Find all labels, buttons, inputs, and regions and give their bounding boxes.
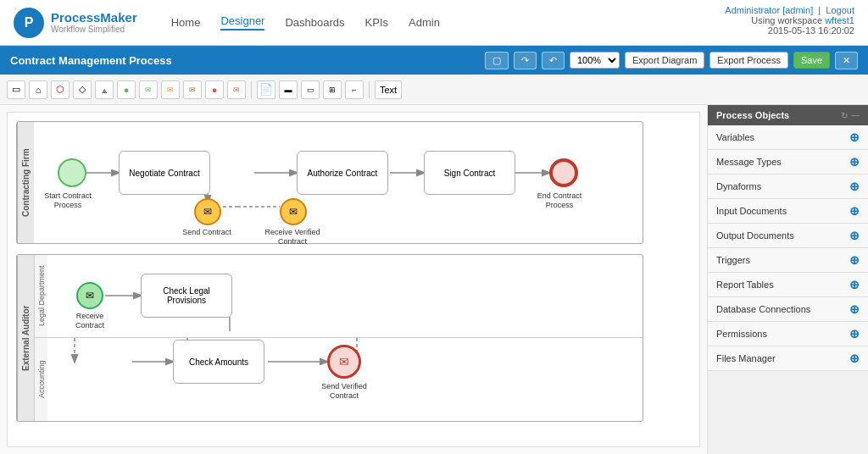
tool-envelope-orange[interactable]: ✉ [183,80,202,99]
export-diagram-btn[interactable]: Export Diagram [625,52,704,69]
panel-dynaforms-add[interactable]: ⊕ [849,180,860,193]
panel-message-types[interactable]: Message Types ⊕ [708,150,868,174]
end-label: End ContractProcess [534,191,585,210]
panel-message-types-add[interactable]: ⊕ [849,155,860,169]
panel-variables-label: Variables [716,132,754,142]
nav-dashboards[interactable]: Dashboards [285,16,344,29]
authorize-task[interactable]: Authorize Contract [297,151,388,195]
send-contract-node[interactable]: ✉ [194,198,221,225]
datetime: 2015-05-13 16:20:02 [725,25,854,36]
tool-doc[interactable]: 📄 [257,80,275,99]
top-nav: P ProcessMaker Workflow Simplified Home … [0,0,868,46]
send-contract-label: Send Contract [181,228,232,237]
panel-triggers[interactable]: Triggers ⊕ [708,248,868,273]
screen-btn[interactable]: ▢ [485,52,509,69]
tool-text[interactable]: Text [375,80,402,99]
tool-diamond-x[interactable]: ⬡ [51,80,70,99]
nav-designer[interactable]: Designer [220,14,264,30]
panel-report-tables[interactable]: Report Tables ⊕ [708,273,868,297]
nav-admin[interactable]: Admin [409,16,440,29]
workspace-link[interactable]: wftest1 [825,15,854,25]
receive-contract-node[interactable]: ✉ [76,282,103,309]
close-btn[interactable]: ✕ [835,52,858,69]
panel-output-docs[interactable]: Output Documents ⊕ [708,224,868,248]
lane-legal-content: ✉ ReceiveContract Check Legal Provisions [47,255,643,338]
panel-dynaforms[interactable]: Dynaforms ⊕ [708,174,868,199]
nav-links: Home Designer Dashboards KPIs Admin [171,14,440,30]
panel-output-docs-add[interactable]: ⊕ [849,229,860,242]
tool-circle-green[interactable]: ● [117,80,136,99]
receive-verified-envelope: ✉ [280,198,307,225]
nav-kpis[interactable]: KPIs [365,16,388,29]
panel-db-connections[interactable]: Database Connections ⊕ [708,297,868,322]
start-circle [58,158,86,187]
canvas[interactable]: Contracting Firm [7,112,700,447]
tool-diamond[interactable]: ◇ [73,80,92,99]
check-amounts-task[interactable]: Check Amounts [173,340,264,384]
panel-db-connections-label: Database Connections [716,304,810,314]
toolbar: ▭ ⌂ ⬡ ◇ ⟁ ● ✉ ✉ ✉ ● ✉ 📄 ▬ ▭ ⊞ ⌐ Text [0,75,868,105]
lane-accounting: Accounting [34,338,643,421]
panel-permissions-add[interactable]: ⊕ [849,327,860,340]
panel-message-types-label: Message Types [716,157,782,167]
tool-annotation[interactable]: ⌐ [345,80,364,99]
panel-output-docs-label: Output Documents [716,230,794,241]
receive-verified-label: Receive VerifiedContract [263,228,322,246]
receive-contract-label: ReceiveContract [64,312,115,330]
redo-btn[interactable]: ↷ [514,52,537,69]
panel-input-docs-add[interactable]: ⊕ [849,204,860,218]
tool-house[interactable]: ⌂ [29,80,47,99]
receive-verified-node[interactable]: ✉ [280,198,307,225]
logo-icon: P [14,8,44,38]
pool1-label: Contracting Firm [17,122,34,243]
panel-input-docs[interactable]: Input Documents ⊕ [708,199,868,224]
tool-gateway[interactable]: ⟁ [95,80,114,99]
tool-subprocess[interactable]: ⊞ [323,80,342,99]
panel-report-tables-add[interactable]: ⊕ [849,278,860,291]
panel-files-manager-add[interactable]: ⊕ [849,352,860,365]
zoom-select[interactable]: 100% [570,52,620,69]
negotiate-task[interactable]: Negotiate Contract [119,151,210,195]
end-event[interactable] [549,158,578,187]
pool1-lanes: Start ContractProcess Negotiate Contract… [34,122,643,243]
tool-envelope-green[interactable]: ✉ [139,80,158,99]
refresh-icon[interactable]: ↻ [841,111,848,120]
tool-envelope-yellow[interactable]: ✉ [161,80,180,99]
toolbar-sep-1 [251,81,252,98]
send-verified-node[interactable]: ✉ [327,345,361,379]
undo-btn[interactable]: ↶ [542,52,565,69]
logout-link[interactable]: Logout [826,5,854,15]
panel-report-tables-label: Report Tables [716,280,774,290]
tool-envelope-red[interactable]: ✉ [227,80,246,99]
tool-pool[interactable]: ▬ [279,80,298,99]
minimize-icon[interactable]: — [851,111,860,120]
panel-header: Process Objects ↻ — [708,105,868,125]
canvas-outer: Contracting Firm [0,105,707,454]
start-event[interactable] [58,158,86,187]
lane-accounting-content: Check Amounts ✉ Send VerifiedContract [47,338,643,421]
panel-files-manager-label: Files Manager [716,353,776,363]
side-panel: Process Objects ↻ — Variables ⊕ Message … [707,105,868,454]
tool-rect[interactable]: ▭ [7,80,25,99]
sign-rect: Sign Contract [424,151,515,195]
panel-files-manager[interactable]: Files Manager ⊕ [708,346,868,371]
sign-task[interactable]: Sign Contract [424,151,515,195]
export-process-btn[interactable]: Export Process [709,52,788,69]
toolbar-sep-2 [369,81,370,98]
panel-triggers-add[interactable]: ⊕ [849,253,860,267]
lane-accounting-label: Accounting [34,338,47,421]
app-subtitle: Workflow Simplified [51,25,137,34]
admin-user-link[interactable]: Administrator [admin] [725,5,813,15]
logo-text: ProcessMaker Workflow Simplified [51,11,137,35]
process-bar: Contract Management Process ▢ ↷ ↶ 100% E… [0,46,868,75]
panel-permissions-label: Permissions [716,329,767,339]
panel-variables-add[interactable]: ⊕ [849,130,860,144]
panel-permissions[interactable]: Permissions ⊕ [708,322,868,346]
tool-lane[interactable]: ▭ [301,80,320,99]
save-btn[interactable]: Save [793,52,830,69]
panel-variables[interactable]: Variables ⊕ [708,125,868,150]
panel-db-connections-add[interactable]: ⊕ [849,302,860,316]
check-legal-task[interactable]: Check Legal Provisions [141,274,232,318]
nav-home[interactable]: Home [171,16,201,29]
tool-circle-red[interactable]: ● [205,80,224,99]
